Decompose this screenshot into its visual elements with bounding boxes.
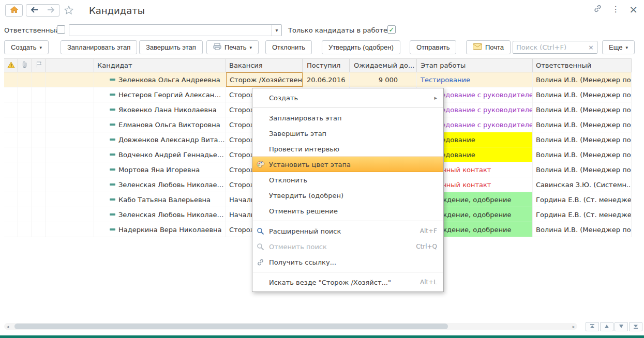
candidate-cell[interactable]: Елманова Ольга Викторовна — [94, 117, 226, 132]
vacancy-cell[interactable]: Сторож /Хозяйствен... — [226, 72, 303, 87]
get-link-icon[interactable] — [593, 4, 602, 14]
responsible-cell[interactable]: Гордина Е.В. (Ст. менедже... — [533, 207, 632, 222]
candidate-cell[interactable]: Надеркина Вера Николаевна — [94, 222, 226, 237]
dropdown-arrow-icon[interactable]: ▾ — [272, 25, 281, 36]
mail-button[interactable]: Почта — [466, 40, 511, 54]
horizontal-scrollbar[interactable]: ◂ ▸ — [4, 323, 577, 330]
submenu-arrow-icon: ▸ — [434, 95, 437, 101]
go-to-end-button[interactable] — [629, 322, 642, 331]
candidate-cell[interactable]: Яковенко Лана Николаевна — [94, 102, 226, 117]
menu-separator — [253, 272, 443, 272]
expected-income-cell[interactable]: 9 000 — [350, 72, 417, 87]
warning-cell — [4, 192, 18, 207]
menu-item[interactable]: Провести интервью — [252, 141, 443, 157]
scrollbar-thumb[interactable] — [14, 324, 448, 329]
reject-button[interactable]: Отклонить — [265, 40, 312, 54]
menu-item[interactable]: Установить цвет этапа — [252, 157, 443, 172]
flag-cell — [32, 192, 46, 207]
candidate-cell[interactable]: Кабо Татьяна Валерьевна — [94, 192, 226, 207]
close-icon[interactable]: × — [629, 5, 638, 14]
column-header-received[interactable]: Поступил — [303, 59, 350, 72]
menu-item[interactable]: Отклонить — [252, 172, 443, 188]
flag-column-header[interactable] — [32, 59, 46, 72]
responsible-checkbox[interactable] — [57, 25, 65, 34]
menu-item[interactable]: Получить ссылку... — [252, 254, 443, 270]
candidate-cell[interactable]: Зеленская Любовь Николаевна — [94, 207, 226, 222]
responsible-cell[interactable]: Волина И.В. (Менеджер по... — [533, 102, 632, 117]
group-cell — [46, 102, 94, 117]
menu-item[interactable]: Завершить этап — [252, 126, 443, 141]
responsible-cell[interactable]: Волина И.В. (Менеджер по... — [533, 162, 632, 177]
send-button[interactable]: Отправить — [410, 40, 456, 54]
only-working-label: Только кандидаты в работе: — [288, 26, 390, 34]
more-button[interactable]: Еще▾ — [602, 40, 635, 54]
responsible-cell[interactable]: Волина И.В. (Менеджер по... — [533, 87, 632, 102]
menu-item[interactable]: Утвердить (одобрен) — [252, 188, 443, 203]
responsible-cell[interactable]: Волина И.В. (Менеджер по... — [533, 222, 632, 237]
column-header-stage[interactable]: Этап работы — [417, 59, 533, 72]
warning-column-header[interactable] — [4, 59, 18, 72]
attachment-cell — [18, 117, 32, 132]
responsible-combobox[interactable]: ▾ — [69, 24, 282, 36]
responsible-cell[interactable]: Савинская З.Ю. (Системн... — [533, 177, 632, 192]
flag-cell — [32, 102, 46, 117]
candidate-cell[interactable]: Водченко Андрей Геннадьевич — [94, 147, 226, 162]
menu-item[interactable]: Искать везде "Сторож /Хозяйст..."Alt+L — [252, 274, 443, 290]
approve-button[interactable]: Утвердить (одобрен) — [322, 40, 400, 54]
kebab-menu-icon[interactable]: ⋮ — [611, 5, 620, 13]
column-header-expected-income[interactable]: Ожидаемый до... — [350, 59, 417, 72]
menu-item[interactable]: Отменить решение — [252, 203, 443, 219]
back-button[interactable] — [26, 4, 43, 17]
menu-item-shortcut: Alt+F — [420, 227, 437, 235]
responsible-cell[interactable]: Волина И.В. (Менеджер по... — [533, 147, 632, 162]
responsible-input[interactable] — [69, 25, 272, 36]
clear-search-icon[interactable]: × — [585, 41, 597, 54]
menu-item[interactable]: Запланировать этап — [252, 110, 443, 126]
go-to-top-icon — [589, 323, 595, 331]
stage-cell[interactable]: Тестирование — [417, 72, 533, 87]
flag-cell — [32, 87, 46, 102]
list-navigation — [586, 322, 642, 331]
responsible-cell[interactable]: Волина И.В. (Менеджер по... — [533, 132, 632, 147]
page-down-button[interactable] — [615, 322, 628, 331]
candidate-cell[interactable]: Мортова Яна Игоревна — [94, 162, 226, 177]
scroll-left-icon[interactable]: ◂ — [4, 323, 11, 330]
attachment-column-header[interactable] — [18, 59, 32, 72]
group-cell — [46, 162, 94, 177]
candidate-cell[interactable]: Зеленская Любовь Николаевна — [94, 177, 226, 192]
attachment-cell — [18, 177, 32, 192]
responsible-cell[interactable]: Гордина Е.В. (Ст. менедже... — [533, 192, 632, 207]
candidate-cell[interactable]: Нестеров Георгий Александрович — [94, 87, 226, 102]
candidate-cell[interactable]: Довженков Александр Витальевич — [94, 132, 226, 147]
go-to-top-button[interactable] — [586, 322, 599, 331]
forward-button[interactable] — [42, 4, 59, 17]
responsible-cell[interactable]: Волина И.В. (Менеджер по... — [533, 72, 632, 87]
warning-cell — [4, 87, 18, 102]
create-button[interactable]: Создать▾ — [4, 40, 49, 54]
menu-item[interactable]: Расширенный поискAlt+F — [252, 223, 443, 239]
attachment-cell — [18, 87, 32, 102]
favorite-star-icon[interactable] — [64, 6, 73, 16]
menu-separator — [253, 107, 443, 108]
search-input[interactable] — [513, 41, 586, 54]
list-item-marker-icon — [110, 153, 115, 156]
flag-cell — [32, 117, 46, 132]
column-header-responsible[interactable]: Ответственный — [533, 59, 632, 72]
column-header-vacancy[interactable]: Вакансия — [226, 59, 303, 72]
list-item-marker-icon — [110, 79, 115, 81]
received-cell[interactable]: 20.06.2016 — [303, 72, 350, 87]
menu-item[interactable]: Создать▸ — [252, 90, 443, 105]
scroll-right-icon[interactable]: ▸ — [570, 323, 577, 330]
page-up-button[interactable] — [600, 322, 613, 331]
print-button[interactable]: Печать▾ — [206, 40, 259, 54]
plan-stage-button[interactable]: Запланировать этап — [61, 40, 137, 54]
responsible-cell[interactable]: Волина И.В. (Менеджер по... — [533, 117, 632, 132]
complete-stage-button[interactable]: Завершить этап — [139, 40, 203, 54]
attachment-cell — [18, 102, 32, 117]
candidate-cell[interactable]: Зеленкова Ольга Андреевна — [94, 72, 226, 87]
column-header-candidate[interactable]: Кандидат — [94, 59, 226, 72]
list-item-marker-icon — [110, 94, 115, 96]
only-working-checkbox[interactable] — [387, 25, 396, 34]
home-button[interactable] — [5, 4, 23, 17]
table-row[interactable]: Зеленкова Ольга АндреевнаСторож /Хозяйст… — [4, 72, 632, 87]
